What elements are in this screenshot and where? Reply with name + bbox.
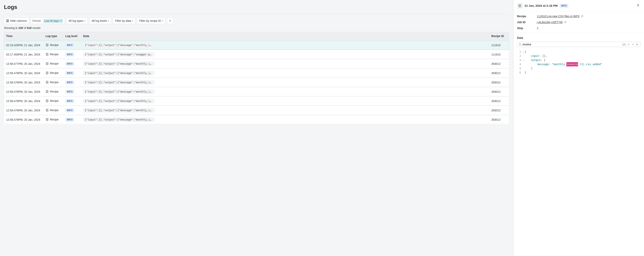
table-row[interactable]: 02:17.493PM, 21 Jan, 2024RecipeINFO{"inp… [4,50,509,59]
period-chip[interactable]: Last 30 days ✕ [43,19,63,23]
cell-log-type: Recipe [50,81,58,84]
hide-columns-label: Hide columns [10,19,27,22]
search-icon [519,43,522,46]
json-viewer: 1▾{ 2 input: {}, 3▾ output: { 4 message:… [517,50,640,75]
filter-by-data[interactable]: Filter by data ▾ [113,18,136,24]
filter-by-recipe-id[interactable]: Filter by recipe ID ▾ [137,18,165,24]
recipe-icon [46,53,49,56]
table-row[interactable]: 12:58.476PM, 20 Jan, 2024RecipeINFO{"inp… [4,106,509,115]
recipe-icon [46,62,49,65]
table-row[interactable]: 02:18.420PM, 21 Jan, 2024RecipeINFO{"inp… [4,41,509,50]
level-badge: INFO [65,99,74,103]
cell-data: {"input":{},"output":{"message":"monthly… [83,117,154,122]
cell-recipe-id: 263012 [489,69,509,78]
page-title: Logs [4,4,509,10]
recipe-icon [46,109,49,112]
col-time[interactable]: Time [4,32,44,40]
table-row[interactable]: 12:58.476PM, 20 Jan, 2024RecipeINFO{"inp… [4,78,509,87]
svg-line-48 [521,45,521,45]
external-link-icon [564,21,566,23]
search-input[interactable] [522,43,621,46]
job-id-link[interactable]: j-AL8oL84r-cXETYW [537,21,562,24]
cell-data: {"input":{},"output":{"message":"monthly… [83,108,154,113]
search-highlight: invoice [566,62,578,66]
table-row[interactable]: 12:58.476PM, 20 Jan, 2024RecipeINFO{"inp… [4,115,509,124]
cell-time: 12:58.476PM, 20 Jan, 2024 [4,69,44,78]
period-filter[interactable]: Period: Last 30 days ✕ [31,18,65,24]
cell-data: {"input":{},"output":{"message":"swagger… [83,52,154,57]
cell-log-type: Recipe [50,71,58,75]
cell-time: 02:18.420PM, 21 Jan, 2024 [4,41,44,50]
chevron-down-icon: ▾ [162,20,163,22]
cell-time: 12:58.476PM, 20 Jan, 2024 [4,87,44,96]
cell-data: {"input":{},"output":{"message":"monthly… [83,43,154,47]
recipe-icon [46,43,49,47]
data-search[interactable]: 1/1 [517,42,640,47]
json-text: "monthly_ [552,62,566,66]
results-word: results [32,26,40,30]
json-text: } [524,66,533,71]
period-label: Period: [32,19,41,22]
search-clear[interactable] [636,43,639,46]
close-icon[interactable]: ✕ [60,20,62,22]
close-button[interactable] [636,3,640,9]
col-log-type[interactable]: Log type [44,32,63,40]
results-count: Showing 1–100 of 618 results [4,26,509,30]
json-text: message: [524,62,552,66]
cell-time: 12:58.476PM, 20 Jan, 2024 [4,106,44,115]
cell-log-type: Recipe [50,99,58,102]
fold-toggle[interactable]: ▾ [522,51,524,54]
detail-timestamp: 21 Jan, 2024 at 2:18 PM [524,4,558,7]
col-data[interactable]: Data [81,32,489,40]
svg-rect-1 [7,20,8,22]
add-filter-button[interactable]: + [167,18,173,24]
cell-time: 02:17.493PM, 21 Jan, 2024 [4,50,44,59]
chevron-down-icon: ▾ [108,20,109,22]
cell-time: 12:58.476PM, 20 Jan, 2024 [4,115,44,124]
cell-time: 12:58.476PM, 20 Jan, 2024 [4,97,44,105]
hide-columns-button[interactable]: Hide columns [4,18,29,24]
svg-rect-2 [8,20,9,22]
recipe-icon [517,3,522,9]
level-badge: INFO [65,108,74,112]
table-row[interactable]: 12:58.476PM, 20 Jan, 2024RecipeINFO{"inp… [4,69,509,78]
level-badge: INFO [560,4,568,8]
json-text: , [546,54,547,58]
of-word: of [24,26,26,30]
search-next[interactable] [631,43,634,46]
table-row[interactable]: 12:58.477PM, 20 Jan, 2024RecipeINFO{"inp… [4,59,509,68]
fold-toggle[interactable]: ▾ [522,59,524,62]
job-id-label: Job ID [517,21,537,24]
recipe-link[interactable]: 111610:Log new CSV files in WFS [537,15,580,18]
table-row[interactable]: 12:58.476PM, 20 Jan, 2024RecipeINFO{"inp… [4,87,509,96]
json-text: {} [542,54,546,58]
log-levels-filter[interactable]: All log levels ▾ [89,18,111,24]
svg-line-45 [582,16,583,17]
json-text: } [524,71,526,75]
log-types-filter[interactable]: All log types ▾ [66,18,88,24]
cell-time: 12:58.477PM, 20 Jan, 2024 [4,59,44,68]
cell-recipe-id: 263012 [489,87,509,96]
level-badge: INFO [65,71,74,75]
level-badge: INFO [65,53,74,57]
external-link-icon [581,15,583,17]
filter-bar: Hide columns Period: Last 30 days ✕ All … [4,18,509,24]
plus-icon: + [169,19,171,23]
cell-log-type: Recipe [50,62,58,65]
json-text: { [524,50,526,54]
step-label: Step [517,27,537,30]
col-recipe-id[interactable]: Recipe ID [489,32,509,40]
log-levels-label: All log levels [92,19,107,22]
showing-word: Showing [4,26,15,30]
cell-log-type: Recipe [50,90,58,93]
search-prev[interactable] [627,43,630,46]
json-text: output: [524,58,544,62]
recipe-label: Recipe [517,15,537,18]
search-count: 1/1 [622,43,626,46]
cell-time: 12:58.476PM, 20 Jan, 2024 [4,78,44,87]
cell-recipe-id: 263012 [489,115,509,124]
detail-panel: 21 Jan, 2024 at 2:18 PM INFO Recipe 1116… [513,0,644,256]
level-badge: INFO [65,118,74,122]
table-row[interactable]: 12:58.476PM, 20 Jan, 2024RecipeINFO{"inp… [4,97,509,105]
col-log-level[interactable]: Log level [63,32,81,40]
